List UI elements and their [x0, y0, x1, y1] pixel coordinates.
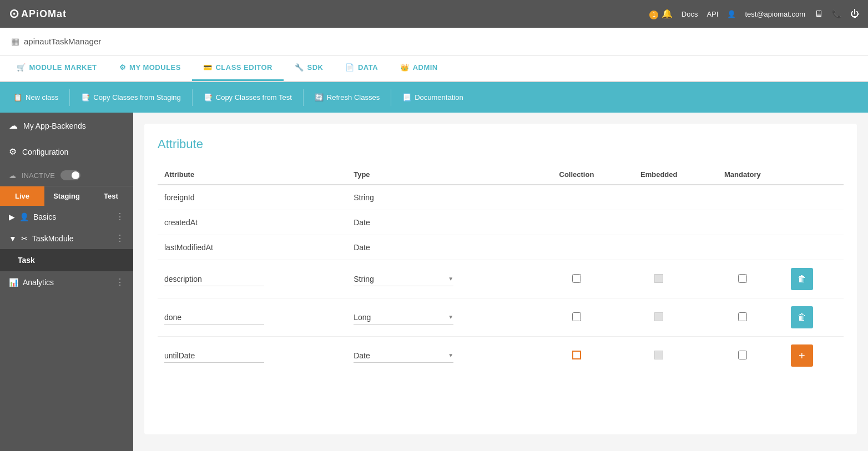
more-icon-task[interactable]: ⋮ — [115, 233, 124, 244]
app-name-bar: ▦ apinautTaskManager — [0, 28, 868, 55]
copy-staging-icon: 📑 — [81, 93, 90, 102]
sidebar-basics-section[interactable]: ▶ 👤 Basics ⋮ — [0, 206, 133, 227]
env-tab-test[interactable]: Test — [89, 186, 133, 206]
embedded-checkbox-disabled-description — [654, 274, 663, 283]
attr-name-lastmodifiedat: lastModifiedAt — [158, 235, 347, 260]
collection-checkbox-description[interactable] — [572, 274, 581, 283]
embedded-cell-untildate — [617, 337, 701, 375]
docs-link[interactable]: Docs — [682, 10, 698, 18]
module-market-icon: 🛒 — [17, 63, 26, 72]
sidebar-item-task[interactable]: Task — [0, 249, 133, 271]
env-tab-live[interactable]: Live — [0, 186, 44, 206]
attr-type-select-done[interactable]: String Long Date Boolean — [354, 311, 448, 324]
mandatory-checkbox-description[interactable] — [738, 274, 747, 283]
copy-from-staging-button[interactable]: 📑 Copy Classes from Staging — [73, 89, 189, 106]
content-area: Attribute Attribute Type Collection Embe… — [133, 113, 868, 451]
admin-icon: 👑 — [400, 63, 410, 72]
env-tabs: Live Staging Test — [0, 186, 133, 206]
attr-name-cell-done[interactable] — [158, 298, 347, 337]
attr-name-input-untildate[interactable] — [164, 349, 264, 363]
refresh-classes-button[interactable]: 🔄 Refresh Classes — [307, 89, 387, 106]
attr-type-cell-untildate[interactable]: String Long Date Boolean ▼ — [347, 337, 536, 375]
app-icon: ▦ — [11, 36, 19, 47]
collection-cell-done[interactable] — [536, 298, 617, 337]
sidebar-item-my-app-backends[interactable]: ☁ My App-Backends — [0, 113, 133, 139]
table-row: String Long Date Boolean ▼ — [158, 298, 844, 337]
copy-from-test-button[interactable]: 📑 Copy Classes from Test — [196, 89, 300, 106]
select-arrow-icon-done: ▼ — [448, 314, 453, 320]
attr-name-cell-description[interactable] — [158, 260, 347, 298]
notification-badge: 1 🔔 — [649, 8, 673, 19]
select-arrow-icon-untildate: ▼ — [448, 352, 453, 358]
mandatory-cell-description[interactable] — [701, 260, 784, 298]
sdk-icon: 🔧 — [295, 63, 304, 72]
tab-my-modules[interactable]: ⚙ MY MODULES — [108, 55, 192, 81]
embedded-checkbox-disabled-done — [654, 312, 663, 321]
toolbar-separator-3 — [303, 89, 304, 106]
attr-type-select-untildate[interactable]: String Long Date Boolean — [354, 349, 448, 362]
collection-cell-description[interactable] — [536, 260, 617, 298]
attr-name-foreignid: foreignId — [158, 185, 347, 210]
attr-type-createdat: Date — [347, 210, 536, 235]
env-tab-staging[interactable]: Staging — [44, 186, 89, 206]
collection-cell-untildate[interactable] — [536, 337, 617, 375]
add-button-untildate[interactable]: + — [791, 344, 813, 367]
api-link[interactable]: API — [706, 10, 718, 18]
chevron-down-icon: ▼ — [9, 234, 17, 243]
bell-icon[interactable]: 🔔 — [662, 9, 673, 18]
tab-data[interactable]: 📄 DATA — [334, 55, 389, 81]
embedded-cell-description — [617, 260, 701, 298]
embedded-cell-done — [617, 298, 701, 337]
mandatory-checkbox-done[interactable] — [738, 312, 747, 321]
col-collection: Collection — [536, 165, 617, 185]
mandatory-cell-done[interactable] — [701, 298, 784, 337]
power-icon[interactable]: ⏻ — [850, 9, 859, 19]
table-row: lastModifiedAt Date — [158, 235, 844, 260]
action-cell-done[interactable]: 🗑 — [784, 298, 844, 337]
col-embedded: Embedded — [617, 165, 701, 185]
col-mandatory: Mandatory — [701, 165, 784, 185]
toolbar-separator-4 — [391, 89, 391, 106]
attr-type-cell-done[interactable]: String Long Date Boolean ▼ — [347, 298, 536, 337]
class-editor-icon: 💳 — [203, 63, 213, 72]
attr-name-input-done[interactable] — [164, 311, 264, 325]
tab-admin[interactable]: 👑 ADMIN — [389, 55, 449, 81]
attr-type-cell-description[interactable]: String Long Date Boolean ▼ — [347, 260, 536, 298]
attr-name-cell-untildate[interactable] — [158, 337, 347, 375]
collection-checkbox-done[interactable] — [572, 312, 581, 321]
documentation-button[interactable]: 📃 Documentation — [395, 89, 471, 106]
col-type: Type — [347, 165, 536, 185]
attr-name-input-description[interactable] — [164, 272, 264, 286]
cloud-small-icon: ☁ — [9, 171, 16, 180]
inactive-toggle: ☁ INACTIVE — [0, 165, 133, 186]
sidebar-item-configuration[interactable]: ⚙ Configuration — [0, 139, 133, 165]
tab-sdk[interactable]: 🔧 SDK — [284, 55, 334, 81]
sidebar-analytics-section[interactable]: 📊 Analytics ⋮ — [0, 271, 133, 293]
delete-button-description[interactable]: 🗑 — [791, 268, 813, 290]
col-attribute: Attribute — [158, 165, 347, 185]
nav-tabs: 🛒 MODULE MARKET ⚙ MY MODULES 💳 CLASS EDI… — [0, 55, 868, 82]
toolbar-separator-1 — [69, 89, 70, 106]
action-cell-description[interactable]: 🗑 — [784, 260, 844, 298]
attr-name-createdat: createdAt — [158, 210, 347, 235]
action-cell-untildate[interactable]: + — [784, 337, 844, 375]
inactive-toggle-switch[interactable] — [60, 170, 80, 180]
more-icon-analytics[interactable]: ⋮ — [115, 277, 124, 287]
delete-button-done[interactable]: 🗑 — [791, 306, 813, 328]
task-module-icon: ✂ — [21, 234, 28, 243]
new-class-icon: 📋 — [13, 93, 22, 102]
mandatory-cell-untildate[interactable] — [701, 337, 784, 375]
copy-test-icon: 📑 — [204, 93, 213, 102]
attr-type-lastmodifiedat: Date — [347, 235, 536, 260]
table-row: createdAt Date — [158, 210, 844, 235]
table-row: String Long Date Boolean ▼ — [158, 337, 844, 375]
tab-class-editor[interactable]: 💳 CLASS EDITOR — [192, 55, 284, 81]
tab-module-market[interactable]: 🛒 MODULE MARKET — [6, 55, 108, 81]
more-icon[interactable]: ⋮ — [115, 211, 124, 222]
mandatory-checkbox-untildate[interactable] — [738, 351, 747, 359]
new-class-button[interactable]: 📋 New class — [6, 89, 66, 106]
sidebar-task-module-section[interactable]: ▼ ✂ TaskModule ⋮ — [0, 227, 133, 249]
refresh-icon: 🔄 — [315, 93, 324, 102]
attr-type-select-description[interactable]: String Long Date Boolean — [354, 272, 448, 286]
collection-checkbox-untildate-active[interactable] — [572, 351, 581, 359]
